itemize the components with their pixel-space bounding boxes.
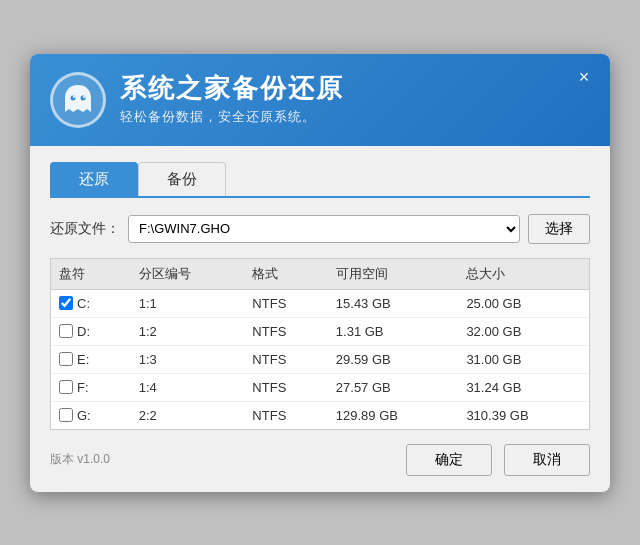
cell-format-2: NTFS (244, 345, 327, 373)
cell-partition-2: 1:3 (131, 345, 245, 373)
cell-format-0: NTFS (244, 289, 327, 317)
version-label: 版本 v1.0.0 (50, 451, 110, 468)
disk-table-container: 盘符 分区编号 格式 可用空间 总大小 C: 1:1 NTFS (50, 258, 590, 430)
cell-free-0: 15.43 GB (328, 289, 459, 317)
cell-partition-1: 1:2 (131, 317, 245, 345)
cancel-button[interactable]: 取消 (504, 444, 590, 476)
col-header-format: 格式 (244, 259, 327, 290)
cell-disk-2: E: (51, 345, 131, 373)
cell-total-2: 31.00 GB (458, 345, 589, 373)
col-header-disk: 盘符 (51, 259, 131, 290)
cell-disk-3: F: (51, 373, 131, 401)
tab-restore[interactable]: 还原 (50, 162, 138, 196)
cell-format-4: NTFS (244, 401, 327, 429)
cell-disk-4: G: (51, 401, 131, 429)
table-row: G: 2:2 NTFS 129.89 GB 310.39 GB (51, 401, 589, 429)
disk-table-scroll[interactable]: 盘符 分区编号 格式 可用空间 总大小 C: 1:1 NTFS (51, 259, 589, 429)
title-bar: 系统之家备份还原 轻松备份数据，安全还原系统。 × (30, 54, 610, 146)
cell-partition-3: 1:4 (131, 373, 245, 401)
cell-total-4: 310.39 GB (458, 401, 589, 429)
confirm-button[interactable]: 确定 (406, 444, 492, 476)
file-row: 还原文件： F:\GWIN7.GHO 选择 (50, 214, 590, 244)
cell-disk-1: D: (51, 317, 131, 345)
disk-checkbox-3[interactable] (59, 380, 73, 394)
table-row: D: 1:2 NTFS 1.31 GB 32.00 GB (51, 317, 589, 345)
cell-disk-0: C: (51, 289, 131, 317)
disk-checkbox-1[interactable] (59, 324, 73, 338)
file-select[interactable]: F:\GWIN7.GHO (128, 215, 520, 243)
close-button[interactable]: × (572, 66, 596, 90)
cell-total-1: 32.00 GB (458, 317, 589, 345)
content-area: 还原 备份 还原文件： F:\GWIN7.GHO 选择 盘符 分区编号 格式 (30, 146, 610, 492)
svg-point-1 (81, 95, 86, 100)
col-header-total: 总大小 (458, 259, 589, 290)
svg-point-2 (73, 96, 75, 98)
title-text: 系统之家备份还原 轻松备份数据，安全还原系统。 (120, 73, 344, 125)
cell-partition-4: 2:2 (131, 401, 245, 429)
disk-table: 盘符 分区编号 格式 可用空间 总大小 C: 1:1 NTFS (51, 259, 589, 429)
table-header-row: 盘符 分区编号 格式 可用空间 总大小 (51, 259, 589, 290)
cell-format-3: NTFS (244, 373, 327, 401)
table-row: C: 1:1 NTFS 15.43 GB 25.00 GB (51, 289, 589, 317)
disk-checkbox-2[interactable] (59, 352, 73, 366)
cell-free-4: 129.89 GB (328, 401, 459, 429)
tab-bar: 还原 备份 (50, 162, 590, 198)
cell-free-1: 1.31 GB (328, 317, 459, 345)
footer-row: 版本 v1.0.0 确定 取消 (50, 444, 590, 476)
file-label: 还原文件： (50, 220, 120, 238)
title-bar-left: 系统之家备份还原 轻松备份数据，安全还原系统。 (50, 72, 344, 128)
tab-backup[interactable]: 备份 (138, 162, 226, 196)
svg-point-0 (71, 95, 76, 100)
cell-free-2: 29.59 GB (328, 345, 459, 373)
disk-checkbox-4[interactable] (59, 408, 73, 422)
svg-point-3 (83, 96, 85, 98)
cell-free-3: 27.57 GB (328, 373, 459, 401)
cell-partition-0: 1:1 (131, 289, 245, 317)
cell-total-3: 31.24 GB (458, 373, 589, 401)
app-icon (50, 72, 106, 128)
table-row: F: 1:4 NTFS 27.57 GB 31.24 GB (51, 373, 589, 401)
app-title: 系统之家备份还原 (120, 73, 344, 104)
footer-buttons: 确定 取消 (406, 444, 590, 476)
main-window: 系统之家备份还原 轻松备份数据，安全还原系统。 × 还原 备份 还原文件： F:… (30, 54, 610, 492)
disk-checkbox-0[interactable] (59, 296, 73, 310)
col-header-free: 可用空间 (328, 259, 459, 290)
table-row: E: 1:3 NTFS 29.59 GB 31.00 GB (51, 345, 589, 373)
choose-button[interactable]: 选择 (528, 214, 590, 244)
app-subtitle: 轻松备份数据，安全还原系统。 (120, 108, 344, 126)
cell-format-1: NTFS (244, 317, 327, 345)
col-header-partition: 分区编号 (131, 259, 245, 290)
cell-total-0: 25.00 GB (458, 289, 589, 317)
